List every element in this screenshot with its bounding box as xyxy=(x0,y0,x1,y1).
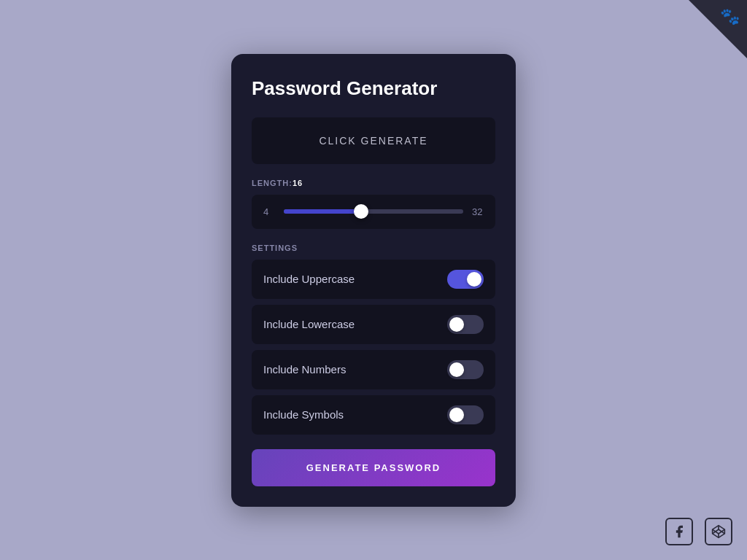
toggle-knob-symbols xyxy=(449,408,464,422)
toggle-lowercase[interactable] xyxy=(447,315,484,334)
bottom-right-icons xyxy=(665,518,732,545)
toggle-symbols[interactable] xyxy=(447,405,484,424)
card-title: Password Generator xyxy=(252,77,495,100)
toggle-row-lowercase: Include Lowercase xyxy=(252,305,495,344)
password-display: CLICK GENERATE xyxy=(252,117,495,164)
password-text: CLICK GENERATE xyxy=(319,135,427,147)
facebook-icon[interactable] xyxy=(665,518,693,545)
codepen-icon[interactable] xyxy=(705,518,732,545)
toggle-label-lowercase: Include Lowercase xyxy=(263,318,355,330)
corner-icon: 🐾 xyxy=(720,7,740,26)
generate-password-button[interactable]: GENERATE PASSWORD xyxy=(252,449,495,486)
toggle-row-uppercase: Include Uppercase xyxy=(252,260,495,299)
toggle-row-numbers: Include Numbers xyxy=(252,350,495,389)
slider-wrapper[interactable] xyxy=(284,209,463,214)
corner-decoration: 🐾 xyxy=(689,0,747,58)
toggle-numbers[interactable] xyxy=(447,360,484,379)
slider-max: 32 xyxy=(472,206,484,217)
toggle-knob-numbers xyxy=(449,362,464,377)
slider-container: 4 32 xyxy=(252,195,495,229)
settings-section: SETTINGS Include Uppercase Include Lower… xyxy=(252,244,495,435)
toggle-label-uppercase: Include Uppercase xyxy=(263,273,355,285)
toggle-label-numbers: Include Numbers xyxy=(263,363,346,376)
toggle-knob-uppercase xyxy=(467,272,481,287)
length-label: LENGTH:16 xyxy=(252,179,495,187)
toggle-row-symbols: Include Symbols xyxy=(252,395,495,435)
length-value: 16 xyxy=(293,179,303,187)
toggle-uppercase[interactable] xyxy=(447,270,484,289)
slider-min: 4 xyxy=(263,206,275,217)
toggle-label-symbols: Include Symbols xyxy=(263,408,344,421)
toggle-knob-lowercase xyxy=(449,317,464,332)
length-section: LENGTH:16 4 32 xyxy=(252,179,495,229)
settings-label: SETTINGS xyxy=(252,244,495,252)
password-generator-card: Password Generator CLICK GENERATE LENGTH… xyxy=(231,54,516,507)
